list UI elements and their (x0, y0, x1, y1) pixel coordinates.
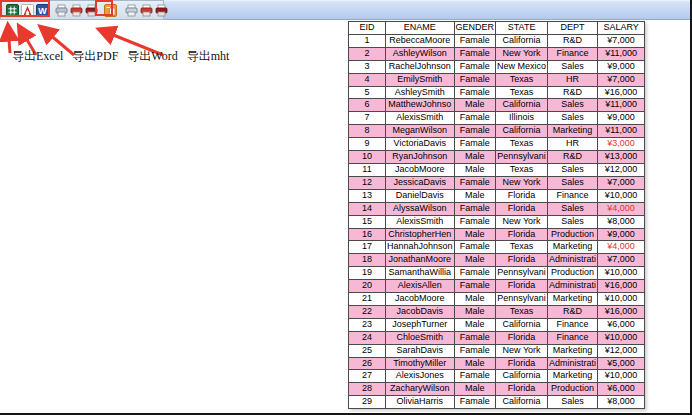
table-row[interactable]: 26TimothyMillerMaleFloridaAdministrati¥5… (349, 357, 645, 370)
table-cell-dept: Marketing (548, 344, 598, 357)
table-cell-state: Florida (496, 254, 548, 267)
table-cell-gender: Famale (454, 138, 496, 151)
arrow-to-excel-icon (8, 27, 10, 53)
table-row[interactable]: 3RachelJohnsonFamaleNew MexicoSales¥9,00… (349, 60, 645, 73)
table-row[interactable]: 2AshleyWilsonFamaleNew YorkFinance¥11,00… (349, 47, 645, 60)
table-cell-ename: JacobDavis (386, 305, 455, 318)
table-cell-ename: AshleySmith (386, 86, 455, 99)
column-header-gender[interactable]: GENDER (454, 22, 496, 35)
table-row[interactable]: 17HannahJohnsonFamaleTexasMarketing¥4,00… (349, 241, 645, 254)
table-cell-salary: ¥6,000 (598, 383, 645, 396)
table-cell-gender: Male (454, 151, 496, 164)
table-row[interactable]: 5AshleySmithFamaleTexasR&D¥16,000 (349, 86, 645, 99)
table-cell-state: Pennsylvani (496, 293, 548, 306)
column-header-salary[interactable]: SALARY (598, 22, 645, 35)
table-row[interactable]: 24ChloeSmithFamaleFloridaFinance¥10,000 (349, 331, 645, 344)
table-row[interactable]: 16ChristopherHenMaleFloridaProduction¥9,… (349, 228, 645, 241)
table-row[interactable]: 11JacobMooreMaleTexasSales¥12,000 (349, 163, 645, 176)
table-cell-dept: Sales (548, 176, 598, 189)
table-body: 1RebeccaMooreFamaleCaliforniaR&D¥7,0002A… (349, 34, 645, 408)
table-cell-ename: RachelJohnson (386, 60, 455, 73)
print-preview-button-2[interactable] (140, 3, 153, 17)
table-cell-ename: DanielDavis (386, 189, 455, 202)
label-export-mht: 导出mht (187, 48, 230, 65)
table-cell-ename: AshleyWilson (386, 47, 455, 60)
table-row[interactable]: 15AlexisSmithFamaleNew YorkSales¥8,000 (349, 215, 645, 228)
table-cell-dept: R&D (548, 151, 598, 164)
table-row[interactable]: 8MeganWilsonFamaleCaliforniaMarketing¥11… (349, 125, 645, 138)
table-cell-gender: Famale (454, 86, 496, 99)
table-cell-dept: Sales (548, 163, 598, 176)
table-cell-eid: 12 (349, 176, 386, 189)
table-cell-eid: 26 (349, 357, 386, 370)
table-cell-dept: Finance (548, 47, 598, 60)
table-row[interactable]: 29OliviaHarrisFamaleCaliforniaSales¥8,00… (349, 396, 645, 409)
table-cell-eid: 15 (349, 215, 386, 228)
table-cell-dept: Finance (548, 318, 598, 331)
table-cell-ename: AlexisAllen (386, 280, 455, 293)
table-cell-state: Texas (496, 241, 548, 254)
print-button-2[interactable] (125, 3, 138, 17)
table-cell-eid: 24 (349, 331, 386, 344)
column-header-eid[interactable]: EID (349, 22, 386, 35)
table-cell-state: Florida (496, 189, 548, 202)
column-header-dept[interactable]: DEPT (548, 22, 598, 35)
table-cell-salary: ¥10,000 (598, 370, 645, 383)
table-cell-dept: HR (548, 138, 598, 151)
table-row[interactable]: 28ZacharyWilsonMaleFloridaProduction¥6,0… (349, 383, 645, 396)
table-cell-state: Florida (496, 202, 548, 215)
table-cell-ename: SamanthaWillia (386, 267, 455, 280)
table-cell-dept: Finance (548, 331, 598, 344)
table-cell-dept: Marketing (548, 125, 598, 138)
table-row[interactable]: 13DanielDavisMaleFloridaFinance¥10,000 (349, 189, 645, 202)
table-row[interactable]: 22JacobDavisMaleTexasR&D¥16,000 (349, 305, 645, 318)
print-button[interactable] (55, 3, 68, 17)
table-row[interactable]: 18JonathanMooreMaleFloridaAdministrati¥7… (349, 254, 645, 267)
table-row[interactable]: 14AlyssaWilsonFamaleFloridaSales¥4,000 (349, 202, 645, 215)
table-row[interactable]: 23JosephTurnerMaleCaliforniaFinance¥6,00… (349, 318, 645, 331)
table-row[interactable]: 12JessicaDavisFamaleNew YorkSales¥7,000 (349, 176, 645, 189)
table-cell-gender: Male (454, 189, 496, 202)
table-row[interactable]: 10RyanJohnsonMalePennsylvaniR&D¥13,000 (349, 151, 645, 164)
table-cell-salary: ¥10,000 (598, 189, 645, 202)
table-row[interactable]: 4EmilySmithFamaleTexasHR¥7,000 (349, 73, 645, 86)
table-cell-salary: ¥13,000 (598, 151, 645, 164)
table-row[interactable]: 27AlexisJonesFamaleCaliforniaMarketing¥1… (349, 370, 645, 383)
annotation-labels: 导出Excel 导出PDF 导出Word 导出mht (12, 48, 229, 65)
table-cell-state: California (496, 34, 548, 47)
table-cell-gender: Famale (454, 370, 496, 383)
table-cell-salary: ¥5,000 (598, 357, 645, 370)
column-header-ename[interactable]: ENAME (386, 22, 455, 35)
table-cell-gender: Male (454, 163, 496, 176)
table-cell-state: New York (496, 176, 548, 189)
table-cell-eid: 23 (349, 318, 386, 331)
table-row[interactable]: 20AlexisAllenFamaleFloridaAdministrati¥1… (349, 280, 645, 293)
table-row[interactable]: 7AlexisSmithFamaleIllinoisSales¥9,000 (349, 112, 645, 125)
table-row[interactable]: 6MatthewJohnsoMaleCaliforniaSales¥11,000 (349, 99, 645, 112)
print-preview-button[interactable] (70, 3, 83, 17)
table-cell-salary: ¥16,000 (598, 305, 645, 318)
table-cell-salary: ¥3,000 (598, 138, 645, 151)
column-header-state[interactable]: STATE (496, 22, 548, 35)
table-cell-ename: JonathanMoore (386, 254, 455, 267)
table-cell-eid: 19 (349, 267, 386, 280)
table-cell-state: Florida (496, 280, 548, 293)
table-cell-state: Texas (496, 305, 548, 318)
table-cell-dept: Production (548, 383, 598, 396)
table-cell-ename: MatthewJohnso (386, 99, 455, 112)
table-cell-gender: Male (454, 293, 496, 306)
print-setup-button-2[interactable] (155, 3, 168, 17)
table-cell-salary: ¥10,000 (598, 293, 645, 306)
table-row[interactable]: 1RebeccaMooreFamaleCaliforniaR&D¥7,000 (349, 34, 645, 47)
table-cell-eid: 14 (349, 202, 386, 215)
table-cell-ename: ZacharyWilson (386, 383, 455, 396)
table-row[interactable]: 9VictoriaDavisFamaleTexasHR¥3,000 (349, 138, 645, 151)
table-row[interactable]: 25SarahDavisFamaleNew YorkMarketing¥12,0… (349, 344, 645, 357)
table-row[interactable]: 21JacobMooreMalePennsylvaniMarketing¥10,… (349, 293, 645, 306)
table-cell-eid: 20 (349, 280, 386, 293)
table-cell-ename: AlyssaWilson (386, 202, 455, 215)
table-cell-eid: 7 (349, 112, 386, 125)
table-cell-eid: 22 (349, 305, 386, 318)
table-row[interactable]: 19SamanthaWilliaFamalePennsylvaniProduct… (349, 267, 645, 280)
table-cell-salary: ¥8,000 (598, 396, 645, 409)
